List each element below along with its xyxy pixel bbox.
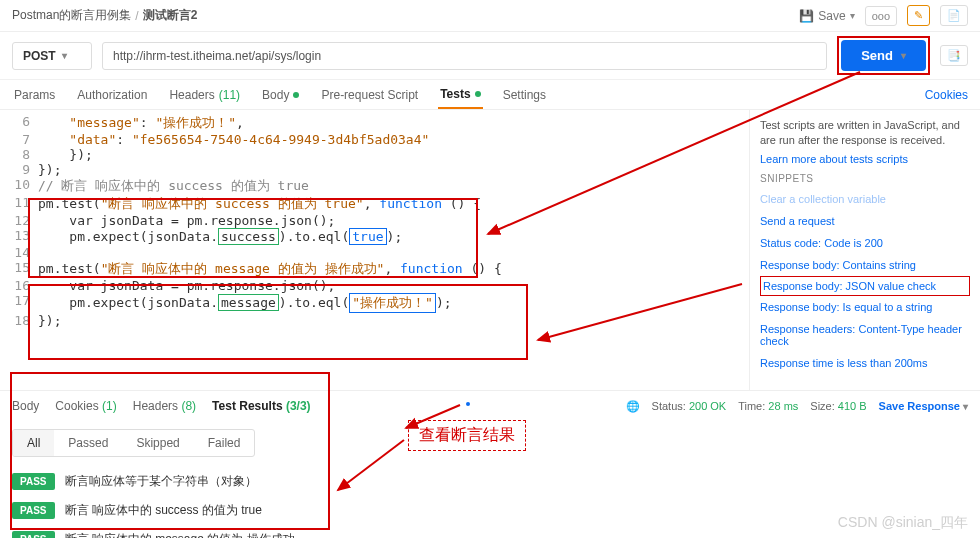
resp-tab-cookies[interactable]: Cookies (1) <box>55 399 116 413</box>
snippet-desc: Test scripts are written in JavaScript, … <box>760 118 970 149</box>
filter-skipped[interactable]: Skipped <box>122 430 193 456</box>
cookies-link[interactable]: Cookies <box>925 88 968 102</box>
snippet-item[interactable]: Response time is less than 200ms <box>760 352 970 374</box>
url-input[interactable]: http://ihrm-test.itheima.net/api/sys/log… <box>102 42 827 70</box>
tab-body[interactable]: Body <box>260 82 301 108</box>
breadcrumb-item[interactable]: 测试断言2 <box>143 7 198 24</box>
annotation-label: 查看断言结果 <box>408 420 526 451</box>
send-button[interactable]: Send▾ <box>841 40 926 71</box>
resp-tab-body[interactable]: Body <box>12 399 39 413</box>
tab-headers[interactable]: Headers (11) <box>167 82 242 108</box>
tab-tests[interactable]: Tests <box>438 81 482 109</box>
test-result-row: PASS断言 响应体中的 success 的值为 true <box>12 496 968 525</box>
code-editor[interactable]: 6 "message": "操作成功！", 7 "data": "fe56565… <box>0 110 750 390</box>
chevron-down-icon: ▾ <box>62 50 67 61</box>
tab-params[interactable]: Params <box>12 82 57 108</box>
snippet-item[interactable]: Response body: Contains string <box>760 254 970 276</box>
save-button[interactable]: 💾 Save ▾ <box>799 9 854 23</box>
snippets-header: SNIPPETS <box>760 173 970 184</box>
breadcrumb-collection[interactable]: Postman的断言用例集 <box>12 7 131 24</box>
filter-failed[interactable]: Failed <box>194 430 255 456</box>
snippet-item[interactable]: Clear a collection variable <box>760 188 970 210</box>
test-result-row: PASS断言 响应体中的 message 的值为 操作成功 <box>12 525 968 538</box>
info-icon[interactable]: 📄 <box>940 5 968 26</box>
filter-passed[interactable]: Passed <box>54 430 122 456</box>
pass-badge: PASS <box>12 531 55 538</box>
tab-prerequest[interactable]: Pre-request Script <box>319 82 420 108</box>
pass-badge: PASS <box>12 473 55 490</box>
snippet-item[interactable]: Status code: Code is 200 <box>760 232 970 254</box>
dot-icon <box>293 92 299 98</box>
more-icon[interactable]: ooo <box>865 6 897 26</box>
test-result-row: PASS断言响应体等于某个字符串（对象） <box>12 467 968 496</box>
tab-authorization[interactable]: Authorization <box>75 82 149 108</box>
snippet-item[interactable]: Response body: Is equal to a string <box>760 296 970 318</box>
breadcrumb-sep: / <box>135 9 138 23</box>
edit-icon[interactable]: ✎ <box>907 5 930 26</box>
save-response-button[interactable]: Save Response ▾ <box>879 400 968 413</box>
filter-all[interactable]: All <box>13 430 54 456</box>
snippet-item[interactable]: Response headers: Content-Type header ch… <box>760 318 970 352</box>
method-select[interactable]: POST▾ <box>12 42 92 70</box>
sidebar-toggle-icon[interactable]: 📑 <box>940 45 968 66</box>
tab-settings[interactable]: Settings <box>501 82 548 108</box>
learn-more-link[interactable]: Learn more about tests scripts <box>760 153 908 165</box>
resp-tab-testresults[interactable]: Test Results (3/3) <box>212 399 311 413</box>
results-filter: All Passed Skipped Failed <box>12 429 255 457</box>
snippet-item-json-value[interactable]: Response body: JSON value check <box>760 276 970 296</box>
dot-icon <box>475 91 481 97</box>
snippet-item[interactable]: Send a request <box>760 210 970 232</box>
resp-tab-headers[interactable]: Headers (8) <box>133 399 196 413</box>
snippets-panel: Test scripts are written in JavaScript, … <box>750 110 980 390</box>
watermark: CSDN @sinian_四年 <box>838 514 968 532</box>
pass-badge: PASS <box>12 502 55 519</box>
chevron-down-icon: ▾ <box>901 50 906 61</box>
globe-icon[interactable]: 🌐 <box>626 400 640 413</box>
